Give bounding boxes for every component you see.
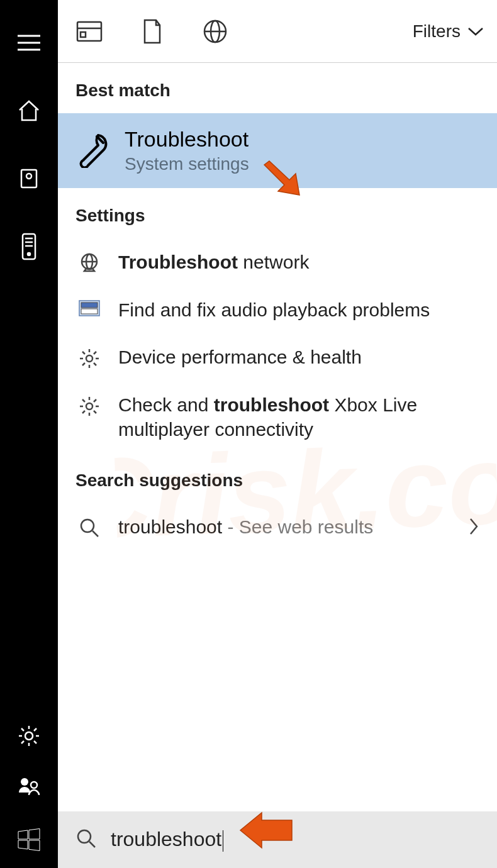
chevron-down-icon [467,26,484,37]
svg-point-25 [86,355,92,362]
wrench-icon [74,131,111,170]
settings-button[interactable] [0,711,58,761]
settings-result-label: Check and troubleshoot Xbox Live multipl… [118,392,479,442]
gear-icon [74,392,104,418]
svg-point-11 [21,778,28,786]
suggestions-header: Search suggestions [58,453,497,503]
best-match-header: Best match [58,63,497,113]
best-match-result[interactable]: Troubleshoot System settings [58,113,497,188]
start-button[interactable] [0,811,58,868]
svg-line-30 [89,842,95,847]
web-tab[interactable] [184,0,247,63]
search-icon [75,828,97,852]
settings-header: Settings [58,188,497,238]
search-box[interactable]: troubleshoot [58,811,497,868]
svg-rect-24 [81,309,98,314]
svg-line-28 [92,531,98,537]
svg-point-10 [25,732,33,740]
troubleshoot-monitor-icon [74,298,104,319]
svg-point-9 [28,253,30,255]
suggestion-label: troubleshoot - See web results [118,515,454,539]
menu-button[interactable] [0,18,58,68]
home-button[interactable] [0,86,58,136]
svg-point-29 [78,830,91,843]
documents-tab[interactable] [121,0,184,63]
apps-tab[interactable] [58,0,121,63]
settings-result-troubleshoot-network[interactable]: Troubleshoot network [58,238,497,286]
search-results-panel: PCrisk.com Best match Troubleshoot Syste… [58,63,497,811]
svg-point-12 [31,782,37,788]
search-scope-tabs: Filters [58,0,497,63]
notebook-button[interactable] [0,153,58,204]
settings-result-device-health[interactable]: Device performance & health [58,333,497,381]
settings-result-audio[interactable]: Find and fix audio playback problems [58,286,497,333]
svg-point-27 [81,520,94,532]
feedback-button[interactable] [0,761,58,811]
svg-rect-23 [81,303,98,308]
filters-dropdown[interactable]: Filters [413,21,484,42]
chevron-right-icon [468,515,479,540]
devices-button[interactable] [0,221,58,272]
settings-result-label: Device performance & health [118,345,479,369]
settings-result-xbox[interactable]: Check and troubleshoot Xbox Live multipl… [58,381,497,453]
svg-point-4 [26,174,31,179]
best-match-subtitle: System settings [125,154,249,174]
text-caret [223,830,223,852]
globe-icon [74,250,104,275]
svg-point-26 [86,403,92,409]
settings-result-label: Find and fix audio playback problems [118,298,479,322]
search-text: troubleshoot [111,828,223,852]
gear-icon [74,345,104,370]
filters-label: Filters [413,21,461,42]
best-match-title: Troubleshoot [125,127,249,152]
search-icon [74,515,104,538]
svg-rect-15 [81,32,86,37]
settings-result-label: Troubleshoot network [118,250,479,274]
web-suggestion[interactable]: troubleshoot - See web results [58,503,497,552]
cortana-sidebar [0,0,58,868]
